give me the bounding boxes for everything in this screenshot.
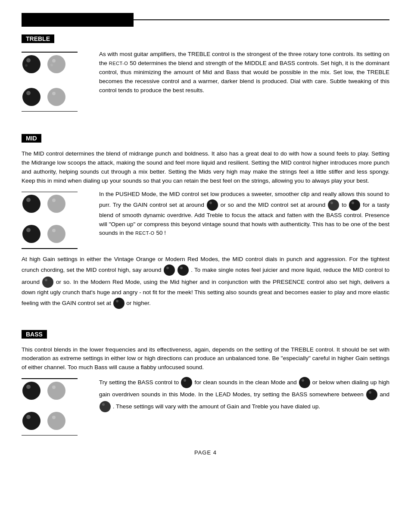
treble-knob-gray-1 xyxy=(47,54,66,74)
mid-knob-gray-1 xyxy=(47,194,66,214)
inline-knob-bass-2 xyxy=(299,376,311,389)
header-bar xyxy=(22,13,389,27)
svg-point-19 xyxy=(209,202,212,204)
inline-knob-bass-4 xyxy=(99,401,111,413)
treble-knob-row-2 xyxy=(22,87,66,107)
svg-point-24 xyxy=(164,264,175,276)
inline-knob-5 xyxy=(177,264,189,276)
knob-divider-1 xyxy=(22,52,78,53)
svg-point-38 xyxy=(47,412,65,430)
page-number: PAGE 4 xyxy=(22,449,389,456)
svg-point-7 xyxy=(26,91,31,95)
svg-point-36 xyxy=(22,412,40,430)
mid-knob-column xyxy=(22,190,99,251)
mid-section-header: MID xyxy=(22,134,389,145)
svg-point-43 xyxy=(302,379,304,382)
mid-divider-2 xyxy=(22,248,78,249)
svg-point-39 xyxy=(52,416,56,419)
inline-knob-bass-1 xyxy=(181,376,193,389)
svg-point-27 xyxy=(180,267,183,269)
treble-knob-black-1 xyxy=(22,54,41,74)
svg-point-14 xyxy=(22,225,40,243)
mid-text: In the PUSHED Mode, the MID control set … xyxy=(99,190,389,243)
svg-point-10 xyxy=(22,195,40,213)
svg-point-40 xyxy=(181,377,192,388)
svg-point-26 xyxy=(177,264,189,276)
bass-section-header: BASS xyxy=(22,330,389,341)
svg-point-3 xyxy=(47,55,65,73)
header-black-rect xyxy=(22,13,134,27)
svg-point-11 xyxy=(26,198,31,202)
svg-point-22 xyxy=(349,199,360,211)
svg-point-18 xyxy=(207,199,218,211)
svg-point-6 xyxy=(22,88,40,106)
svg-point-28 xyxy=(42,277,53,288)
bass-knob-row-1 xyxy=(22,381,66,401)
svg-point-4 xyxy=(52,59,56,62)
svg-point-15 xyxy=(26,228,31,232)
treble-section: TREBLE xyxy=(22,34,389,113)
mid-knob-black-2 xyxy=(22,224,41,244)
inline-knob-6 xyxy=(42,276,54,288)
svg-point-35 xyxy=(52,386,56,389)
bass-knob-gray-1 xyxy=(47,381,66,401)
svg-point-47 xyxy=(102,403,105,406)
mid-content-area: In the PUSHED Mode, the MID control set … xyxy=(22,190,389,251)
treble-label: TREBLE xyxy=(22,34,54,43)
mid-knob-row-1 xyxy=(22,194,66,214)
inline-knob-bass-3 xyxy=(366,389,378,401)
bass-content-area: Try setting the BASS control to for clea… xyxy=(22,376,389,437)
treble-knob-row-1 xyxy=(22,54,66,74)
bass-text: Try setting the BASS control to for clea… xyxy=(99,376,389,413)
header-line xyxy=(134,19,389,20)
bass-paragraph-1: This control blends in the lower frequen… xyxy=(22,345,389,373)
treble-knob-column xyxy=(22,50,99,113)
mid-knob-black-1 xyxy=(22,194,41,214)
svg-point-21 xyxy=(330,202,333,204)
bass-section: BASS This control blends in the lower fr… xyxy=(22,330,389,438)
svg-point-46 xyxy=(100,401,111,412)
svg-point-33 xyxy=(26,385,31,389)
svg-point-20 xyxy=(328,199,339,211)
svg-point-32 xyxy=(22,382,40,400)
svg-point-42 xyxy=(299,377,310,388)
svg-point-34 xyxy=(47,382,65,400)
svg-point-0 xyxy=(22,55,40,73)
svg-point-17 xyxy=(52,229,56,232)
mid-paragraph-2: In the PUSHED Mode, the MID control set … xyxy=(99,190,389,238)
inline-knob-1 xyxy=(206,199,218,211)
svg-point-29 xyxy=(45,279,47,281)
svg-point-13 xyxy=(52,199,56,202)
inline-knob-7 xyxy=(113,297,125,309)
svg-point-44 xyxy=(366,389,377,400)
bass-label: BASS xyxy=(22,330,47,339)
inline-knob-4 xyxy=(163,264,175,276)
treble-content-area: As with most guitar amplifiers, the TREB… xyxy=(22,50,389,113)
svg-point-30 xyxy=(113,298,125,309)
svg-point-5 xyxy=(50,64,53,66)
treble-section-header: TREBLE xyxy=(22,34,389,46)
bass-paragraph-2: Try setting the BASS control to for clea… xyxy=(99,376,389,413)
page: TREBLE xyxy=(0,0,411,532)
svg-point-1 xyxy=(26,58,31,62)
mid-knob-row-2 xyxy=(22,224,66,244)
mid-paragraph-1: The MID control determines the blend of … xyxy=(22,149,389,186)
svg-point-25 xyxy=(166,267,169,269)
treble-knob-gray-2 xyxy=(47,87,66,107)
knob-divider-2 xyxy=(22,111,78,112)
mid-knob-gray-2 xyxy=(47,224,66,244)
bass-knob-row-2 xyxy=(22,411,66,431)
svg-point-37 xyxy=(26,415,31,419)
mid-section: MID The MID control determines the blend… xyxy=(22,134,389,309)
bass-knob-gray-2 xyxy=(47,411,66,431)
mid-paragraph-3: At high Gain settings in either the Vint… xyxy=(22,255,389,309)
svg-point-9 xyxy=(52,92,56,95)
svg-point-12 xyxy=(47,195,65,213)
treble-paragraph-1: As with most guitar amplifiers, the TREB… xyxy=(99,50,389,95)
svg-point-31 xyxy=(116,300,118,302)
svg-point-23 xyxy=(352,202,354,204)
bass-divider-2 xyxy=(22,435,78,436)
treble-text: As with most guitar amplifiers, the TREB… xyxy=(99,50,389,95)
mid-label: MID xyxy=(22,134,41,143)
svg-point-2 xyxy=(25,64,28,67)
